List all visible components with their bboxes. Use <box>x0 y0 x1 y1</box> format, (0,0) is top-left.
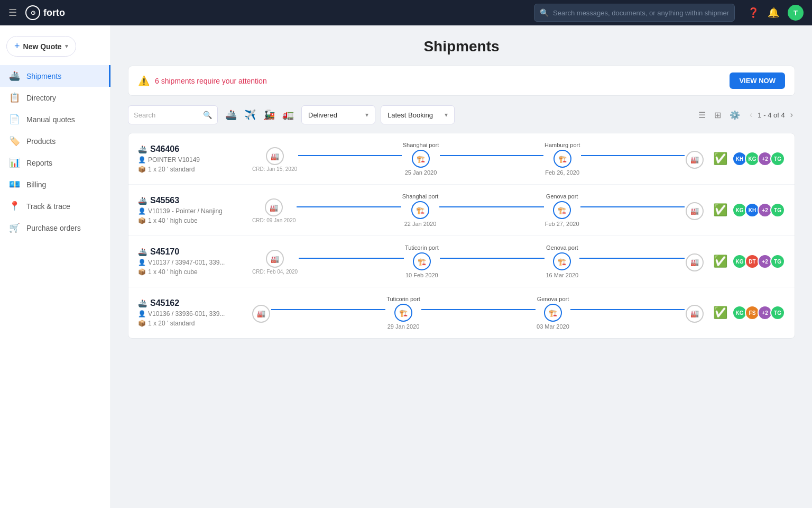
route-line-3 <box>570 309 685 310</box>
sidebar-item-label: Billing <box>26 180 46 189</box>
departure-port-icon: 🏗️ <box>411 201 429 219</box>
container-icon: 📦 <box>138 320 146 327</box>
pagination: ‹ 1 - 4 of 4 › <box>748 109 795 121</box>
pagination-label: 1 - 4 of 4 <box>758 111 785 119</box>
shipment-id: 🚢 S46406 <box>138 144 244 154</box>
prev-page-button[interactable]: ‹ <box>748 109 754 121</box>
shipment-container-type: 📦 1 x 20 ' standard <box>138 166 244 173</box>
logo-text: forto <box>43 7 65 19</box>
next-page-button[interactable]: › <box>788 109 795 121</box>
origin-node: 🏭 <box>252 303 270 323</box>
sidebar-item-purchase-orders[interactable]: 🛒 Purchase orders <box>0 217 110 239</box>
manual-quotes-icon: 📄 <box>8 114 20 125</box>
sidebar: + New Quote ▾ 🚢 Shipments 📋 Directory 📄 … <box>0 25 111 508</box>
status-check-icon: ✅ <box>713 152 727 166</box>
list-view-icon[interactable]: ☰ <box>696 108 708 122</box>
origin-icon: 🏭 <box>266 250 284 268</box>
route-line-1 <box>297 206 401 207</box>
team-avatar: TG <box>770 151 785 166</box>
arrival-port-icon: 🏗️ <box>553 201 571 219</box>
dest-port-label: Hamburg port <box>545 142 580 148</box>
shipment-route: 🏭 CRD: 09 Jan 2020 Shanghai port 🏗️ 22 J… <box>244 193 712 227</box>
plus-icon: + <box>14 41 20 52</box>
user-icon: 👤 <box>138 259 146 266</box>
user-icon: 👤 <box>138 310 146 318</box>
final-node: 🏭 <box>686 149 704 169</box>
shipment-row[interactable]: 🚢 S45170 👤 V10137 / 33947-001, 339... 📦 … <box>128 236 795 287</box>
shipments-list: 🚢 S46406 👤 POINTER V10149 📦 1 x 20 ' sta… <box>128 133 795 339</box>
view-now-button[interactable]: VIEW NOW <box>730 72 785 89</box>
dest-date: 16 Mar 2020 <box>546 272 578 278</box>
team-avatar: TG <box>770 203 785 217</box>
departure-node: Tuticorin port 🏗️ 10 Feb 2020 <box>405 244 439 278</box>
shipment-info: 🚢 S45170 👤 V10137 / 33947-001, 339... 📦 … <box>138 247 244 276</box>
team-avatars: KGFS+2TG <box>734 305 785 320</box>
shipment-info: 🚢 S45162 👤 V10136 / 33936-001, 339... 📦 … <box>138 298 244 327</box>
origin-node: 🏭 CRD: 09 Jan 2020 <box>252 197 296 223</box>
global-search[interactable]: 🔍 <box>534 4 735 22</box>
final-node: 🏭 <box>686 303 704 323</box>
final-icon: 🏭 <box>686 253 704 271</box>
ship-icon: 🚢 <box>138 299 147 307</box>
sidebar-item-products[interactable]: 🏷️ Products <box>0 130 110 152</box>
filter-bar: 🔍 🚢 ✈️ 🚂 🚛 Delivered ▾ Latest Booking ▾ … <box>128 105 795 124</box>
sidebar-item-billing[interactable]: 💶 Billing <box>0 174 110 195</box>
shipment-search-input[interactable] <box>134 111 200 119</box>
origin-node: 🏭 CRD: Feb 04, 2020 <box>252 248 298 275</box>
notifications-icon[interactable]: 🔔 <box>768 7 779 19</box>
shipment-row[interactable]: 🚢 S46406 👤 POINTER V10149 📦 1 x 20 ' sta… <box>128 133 795 185</box>
status-filter-value: Delivered <box>308 111 337 119</box>
logo: ⊙ forto <box>25 5 65 20</box>
shipment-search[interactable]: 🔍 <box>128 105 218 124</box>
sidebar-item-label: Products <box>26 137 56 146</box>
shipment-reference: 👤 POINTER V10149 <box>138 156 244 164</box>
sidebar-item-directory[interactable]: 📋 Directory <box>0 87 110 108</box>
rail-transport-icon[interactable]: 🚂 <box>261 107 277 123</box>
shipment-id: 🚢 S45170 <box>138 247 244 257</box>
sort-filter-value: Latest Booking <box>387 111 433 119</box>
hamburger-icon[interactable]: ☰ <box>8 7 17 19</box>
air-transport-icon[interactable]: ✈️ <box>242 107 258 123</box>
transport-filter: 🚢 ✈️ 🚂 🚛 <box>223 107 296 123</box>
shipment-row[interactable]: 🚢 S45162 👤 V10136 / 33936-001, 339... 📦 … <box>128 287 795 338</box>
dest-port-label: Genova port <box>546 244 578 251</box>
shipment-route: 🏭 CRD: Jan 15, 2020 Shanghai port 🏗️ 25 … <box>244 142 712 176</box>
ocean-transport-icon[interactable]: 🚢 <box>223 107 239 123</box>
status-filter[interactable]: Delivered ▾ <box>301 105 375 124</box>
team-avatar: TG <box>770 305 785 320</box>
reports-icon: 📊 <box>8 157 20 168</box>
origin-port-label: Shanghai port <box>403 142 439 148</box>
sidebar-item-reports[interactable]: 📊 Reports <box>0 152 110 174</box>
shipment-route: 🏭 Tuticorin port 🏗️ 29 Jan 2020 Genova p… <box>244 296 712 330</box>
shipment-row[interactable]: 🚢 S45563 👤 V10139 - Pointer / Nanjing 📦 … <box>128 185 795 236</box>
container-icon: 📦 <box>138 217 146 224</box>
origin-port-label: Shanghai port <box>402 193 439 199</box>
shipment-route: 🏭 CRD: Feb 04, 2020 Tuticorin port 🏗️ 10… <box>244 244 712 278</box>
help-icon[interactable]: ❓ <box>748 7 759 19</box>
origin-date: 22 Jan 2020 <box>404 221 437 227</box>
truck-transport-icon[interactable]: 🚛 <box>280 107 296 123</box>
team-avatars: KGKH+2TG <box>734 203 785 217</box>
origin-port-label: Tuticorin port <box>386 296 420 302</box>
origin-icon: 🏭 <box>265 198 283 216</box>
final-icon: 🏭 <box>686 305 704 323</box>
dest-date: Feb 26, 2020 <box>545 169 579 176</box>
sidebar-item-shipments[interactable]: 🚢 Shipments <box>0 65 110 87</box>
origin-port-label: Tuticorin port <box>405 244 439 251</box>
arrival-node: Hamburg port 🏗️ Feb 26, 2020 <box>545 142 580 176</box>
crd-label: CRD: 09 Jan 2020 <box>252 217 296 223</box>
origin-icon: 🏭 <box>252 305 270 323</box>
sidebar-item-track-trace[interactable]: 📍 Track & trace <box>0 195 110 217</box>
grid-view-icon[interactable]: ⊞ <box>712 108 723 122</box>
departure-node: Tuticorin port 🏗️ 29 Jan 2020 <box>386 296 420 330</box>
products-icon: 🏷️ <box>8 135 20 147</box>
sidebar-item-manual-quotes[interactable]: 📄 Manual quotes <box>0 108 110 130</box>
departure-port-icon: 🏗️ <box>413 252 431 270</box>
global-search-input[interactable] <box>553 9 729 17</box>
sort-filter[interactable]: Latest Booking ▾ <box>381 105 455 124</box>
settings-icon[interactable]: ⚙️ <box>727 108 742 122</box>
origin-date: 25 Jan 2020 <box>405 169 437 176</box>
user-avatar[interactable]: T <box>788 5 804 21</box>
new-quote-button[interactable]: + New Quote ▾ <box>6 36 76 57</box>
sidebar-item-label: Purchase orders <box>26 224 81 232</box>
